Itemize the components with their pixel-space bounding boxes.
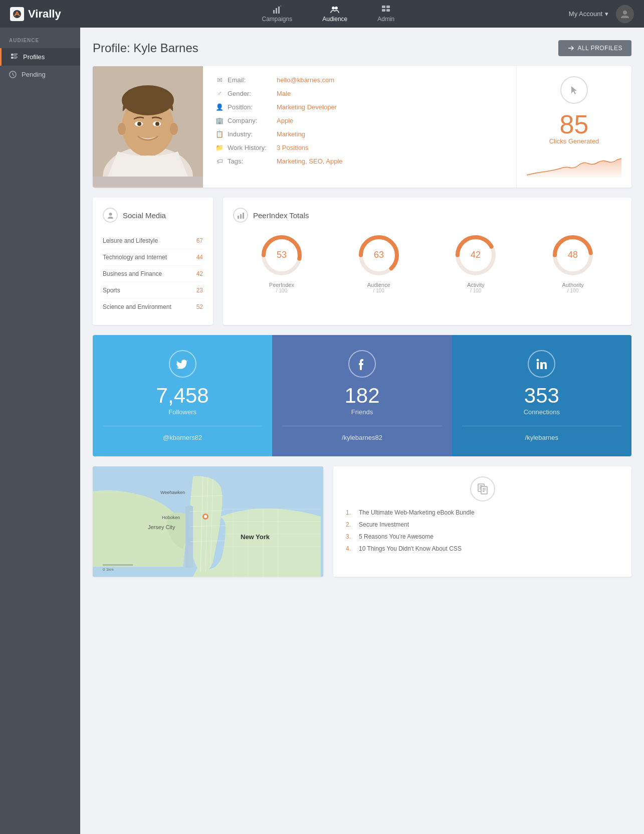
social-category-value: 67 — [196, 237, 203, 244]
email-value[interactable]: hello@kbarnes.com — [277, 76, 334, 84]
linkedin-handle[interactable]: /kylebarnes — [525, 434, 558, 441]
resource-number: 3. — [346, 533, 355, 540]
svg-rect-8 — [386, 6, 390, 8]
svg-text:New York: New York — [241, 533, 270, 541]
cursor-icon — [560, 76, 588, 104]
svg-rect-15 — [11, 57, 14, 59]
social-media-card: Social Media Leisure and Lifestyle67Tech… — [93, 198, 213, 325]
app-logo[interactable]: Virally — [10, 7, 88, 21]
svg-point-29 — [170, 123, 178, 135]
resource-text: The Ultimate Web-Marketing eBook Bundle — [359, 509, 475, 516]
nav-item-admin[interactable]: Admin — [372, 2, 399, 26]
facebook-tile: 182 Friends /kylebarnes82 — [272, 335, 452, 456]
facebook-divider: /kylebarnes82 — [282, 426, 442, 441]
svg-point-68 — [204, 515, 207, 518]
resource-item[interactable]: 1.The Ultimate Web-Marketing eBook Bundl… — [346, 509, 619, 516]
svg-text:Jersey City: Jersey City — [148, 524, 175, 530]
industry-label: Industry: — [228, 130, 273, 138]
svg-rect-80 — [483, 491, 485, 492]
profile-photo — [93, 66, 203, 188]
svg-point-30 — [109, 213, 112, 216]
profile-field-industry: 📋 Industry: Marketing — [216, 130, 504, 138]
social-category-label: Sports — [103, 287, 120, 294]
resource-number: 2. — [346, 521, 355, 528]
all-profiles-button[interactable]: ALL PROFILES — [558, 40, 631, 56]
linkedin-type: Connections — [524, 408, 560, 416]
svg-rect-13 — [14, 54, 18, 55]
resource-item[interactable]: 4.10 Things You Didn't Know About CSS — [346, 545, 619, 552]
position-label: Position: — [228, 103, 273, 111]
sidebar-section-label: AUDIENCE — [0, 38, 80, 48]
svg-text:0    1km: 0 1km — [103, 567, 114, 572]
work-history-label: Work History: — [228, 144, 273, 151]
sidebar-item-pending[interactable]: Pending — [0, 66, 80, 83]
peer-circle-label: Audience/ 100 — [367, 282, 390, 293]
dropdown-arrow-icon: ▾ — [605, 10, 608, 18]
peer-circle-audience: 63 Audience/ 100 — [356, 233, 401, 293]
tags-icon: 🏷 — [216, 157, 224, 165]
gender-value: Male — [277, 90, 291, 97]
main-navigation: Campaigns Audience Admin — [88, 2, 569, 26]
svg-text:48: 48 — [568, 250, 578, 260]
svg-rect-33 — [243, 213, 244, 219]
user-avatar[interactable] — [616, 5, 634, 23]
clicks-card: 85 Clicks Generated — [516, 66, 631, 188]
svg-rect-3 — [278, 7, 280, 14]
svg-text:53: 53 — [277, 250, 287, 260]
social-category-label: Business and Finance — [103, 270, 162, 277]
svg-rect-10 — [386, 9, 390, 12]
social-media-label: Social Media — [123, 211, 166, 220]
svg-rect-4 — [281, 6, 281, 7]
svg-rect-32 — [240, 214, 242, 219]
resources-card: 1.The Ultimate Web-Marketing eBook Bundl… — [333, 466, 631, 577]
svg-rect-69 — [103, 564, 133, 566]
svg-text:63: 63 — [374, 250, 384, 260]
nav-label-campaigns: Campaigns — [262, 16, 293, 23]
social-media-icon — [103, 208, 118, 223]
svg-point-28 — [118, 123, 126, 135]
page-title: Profile: Kyle Barnes — [93, 41, 198, 55]
all-profiles-label: ALL PROFILES — [577, 45, 622, 52]
account-button[interactable]: My Account ▾ — [569, 10, 608, 18]
linkedin-number: 353 — [524, 385, 559, 406]
profile-card: ✉ Email: hello@kbarnes.com ♂ Gender: Mal… — [93, 66, 631, 188]
svg-point-11 — [623, 11, 627, 15]
facebook-handle[interactable]: /kylebarnes82 — [342, 434, 382, 441]
svg-rect-2 — [276, 8, 277, 14]
svg-rect-79 — [483, 489, 486, 490]
peer-circle-sublabel: / 100 — [269, 288, 294, 293]
sidebar: AUDIENCE Profiles Pending — [0, 28, 80, 834]
svg-text:Hoboken: Hoboken — [162, 515, 180, 520]
logo-icon — [10, 7, 24, 21]
bottom-row: Jersey City New York 0 1km Weehawken Hob… — [93, 466, 631, 577]
clicks-label: Clicks Generated — [549, 137, 599, 145]
svg-rect-16 — [14, 57, 18, 58]
twitter-handle[interactable]: @kbarners82 — [163, 434, 202, 441]
twitter-divider: @kbarners82 — [103, 426, 262, 441]
facebook-number: 182 — [344, 385, 379, 406]
svg-text:42: 42 — [471, 250, 481, 260]
linkedin-tile: 353 Connections /kylebarnes — [452, 335, 631, 456]
sidebar-item-profiles[interactable]: Profiles — [0, 48, 80, 66]
social-categories-list: Leisure and Lifestyle67Technology and In… — [103, 233, 203, 315]
resources-icon — [470, 476, 495, 502]
twitter-number: 7,458 — [156, 385, 209, 406]
resource-list: 1.The Ultimate Web-Marketing eBook Bundl… — [346, 509, 619, 552]
work-history-value[interactable]: 3 Positions — [277, 144, 309, 151]
social-category-label: Science and Environment — [103, 303, 171, 310]
nav-item-audience[interactable]: Audience — [317, 2, 352, 26]
clicks-number: 85 — [560, 111, 589, 137]
peer-circle-peerindex: 53 PeerIndex/ 100 — [259, 233, 304, 293]
peer-circle-label: Authority/ 100 — [562, 282, 583, 293]
svg-rect-1 — [273, 10, 275, 14]
profile-details: ✉ Email: hello@kbarnes.com ♂ Gender: Mal… — [203, 66, 516, 188]
peer-circle-label: Activity/ 100 — [467, 282, 485, 293]
svg-point-47 — [536, 359, 539, 361]
svg-point-6 — [335, 7, 338, 10]
profile-field-tags: 🏷 Tags: Marketing, SEO, Apple — [216, 157, 504, 165]
nav-item-campaigns[interactable]: Campaigns — [257, 2, 298, 26]
resource-item[interactable]: 3.5 Reasons You're Awesome — [346, 533, 619, 540]
tags-value: Marketing, SEO, Apple — [277, 157, 343, 165]
resource-item[interactable]: 2.Secure Investment — [346, 521, 619, 528]
resource-number: 1. — [346, 509, 355, 516]
